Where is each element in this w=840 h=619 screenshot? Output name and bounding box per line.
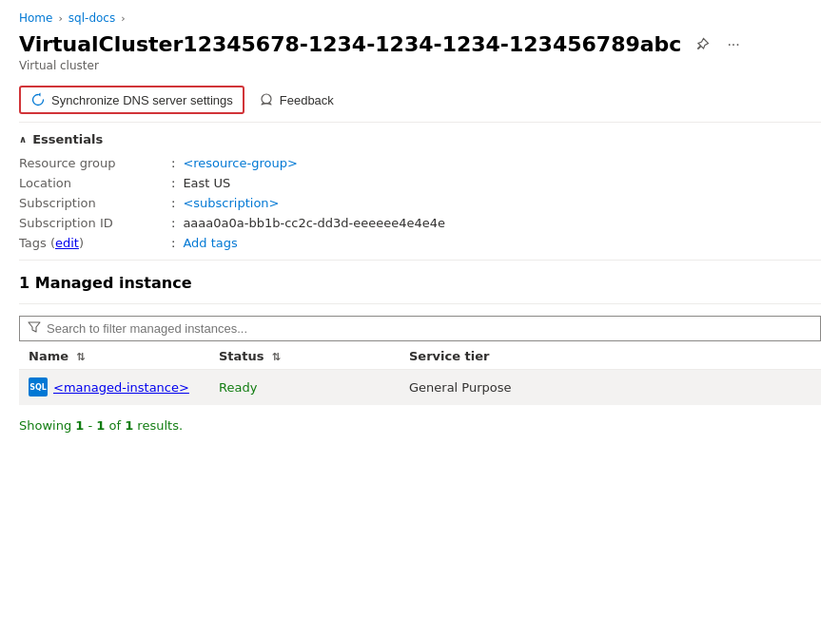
field-value-location: : East US (171, 176, 821, 190)
tags-edit-link[interactable]: edit (55, 236, 79, 250)
feedback-icon (259, 92, 274, 107)
sync-icon (30, 92, 46, 107)
more-icon: ··· (727, 36, 739, 53)
pin-button[interactable] (691, 35, 713, 54)
breadcrumb-sql-docs[interactable]: sql-docs (68, 11, 115, 25)
feedback-label: Feedback (280, 93, 334, 107)
col-header-service-tier: Service tier (400, 341, 821, 370)
essentials-section: ∧ Essentials Resource group : <resource-… (19, 123, 821, 261)
instance-name-link[interactable]: <managed-instance> (53, 380, 189, 395)
section-divider (19, 303, 821, 304)
field-value-subscription-id: : aaaa0a0a-bb1b-cc2c-dd3d-eeeeee4e4e4e (171, 216, 821, 230)
managed-instances-table: Name ⇅ Status ⇅ Service tier (19, 341, 821, 405)
col-header-status[interactable]: Status ⇅ (209, 341, 400, 370)
feedback-button[interactable]: Feedback (248, 87, 344, 113)
cell-status: Ready (209, 370, 400, 405)
cell-name: SQL <managed-instance> (19, 370, 209, 405)
location-value: East US (183, 176, 230, 190)
more-button[interactable]: ··· (723, 34, 743, 55)
sync-dns-button[interactable]: Synchronize DNS server settings (19, 86, 244, 114)
svg-marker-1 (29, 322, 40, 332)
page-subtitle: Virtual cluster (19, 59, 821, 72)
sort-icon-name: ⇅ (77, 351, 86, 363)
col-status-label: Status (219, 349, 264, 363)
resource-group-link[interactable]: <resource-group> (183, 156, 297, 170)
page-title: VirtualCluster12345678-1234-1234-1234-12… (19, 32, 681, 57)
filter-icon (28, 320, 41, 337)
field-label-location: Location (19, 176, 171, 190)
cell-service-tier: General Purpose (400, 370, 821, 405)
managed-instances-section: 1 Managed instance Name ⇅ Status (19, 261, 821, 446)
breadcrumb: Home › sql-docs › (19, 11, 821, 25)
subscription-link[interactable]: <subscription> (183, 196, 279, 210)
sort-icon-status: ⇅ (272, 351, 281, 363)
col-header-name[interactable]: Name ⇅ (19, 341, 209, 370)
sync-dns-label: Synchronize DNS server settings (51, 93, 233, 107)
field-value-tags: : Add tags (171, 236, 821, 250)
collapse-icon: ∧ (19, 134, 27, 145)
field-value-subscription: : <subscription> (171, 196, 821, 210)
breadcrumb-home[interactable]: Home (19, 11, 52, 25)
subscription-id-value: aaaa0a0a-bb1b-cc2c-dd3d-eeeeee4e4e4e (183, 216, 445, 230)
breadcrumb-sep-2: › (121, 12, 125, 25)
status-value: Ready (219, 380, 257, 395)
field-label-resource-group: Resource group (19, 156, 171, 170)
sql-icon: SQL (29, 377, 48, 397)
search-input[interactable] (47, 321, 812, 336)
col-name-label: Name (29, 349, 68, 363)
field-label-tags: Tags (edit) (19, 236, 171, 250)
essentials-grid: Resource group : <resource-group> Locati… (19, 156, 821, 250)
service-tier-value: General Purpose (409, 380, 512, 395)
managed-instances-title: 1 Managed instance (19, 274, 821, 292)
title-area: VirtualCluster12345678-1234-1234-1234-12… (19, 32, 821, 57)
breadcrumb-sep-1: › (58, 12, 62, 25)
field-label-subscription-id: Subscription ID (19, 216, 171, 230)
field-label-subscription: Subscription (19, 196, 171, 210)
essentials-header[interactable]: ∧ Essentials (19, 132, 821, 146)
toolbar: Synchronize DNS server settings Feedback (19, 86, 821, 123)
table-row[interactable]: SQL <managed-instance> Ready General Pur… (19, 370, 821, 405)
field-value-resource-group: : <resource-group> (171, 156, 821, 170)
table-header-row: Name ⇅ Status ⇅ Service tier (19, 341, 821, 370)
essentials-label: Essentials (32, 132, 103, 146)
search-bar (19, 316, 821, 341)
add-tags-link[interactable]: Add tags (183, 236, 237, 250)
page-container: Home › sql-docs › VirtualCluster12345678… (0, 0, 840, 457)
results-text: Showing 1 - 1 of 1 results. (19, 415, 821, 436)
col-service-tier-label: Service tier (409, 349, 489, 363)
